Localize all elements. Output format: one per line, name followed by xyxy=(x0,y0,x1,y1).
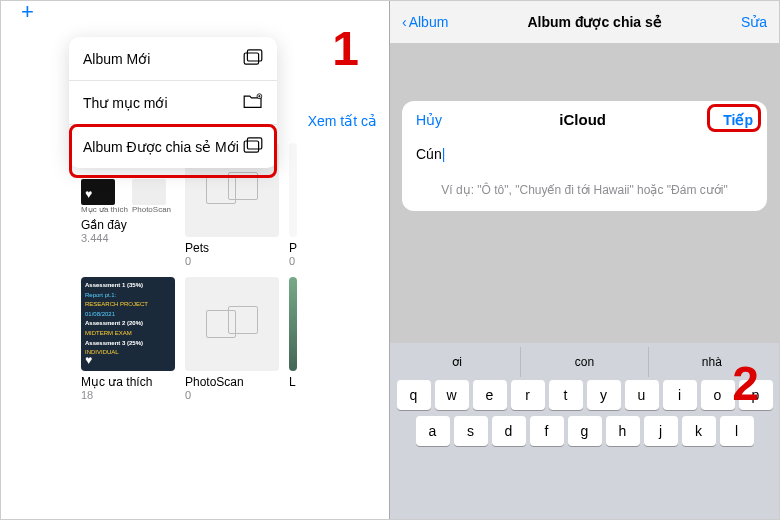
see-all-link[interactable]: Xem tất cả xyxy=(308,113,377,129)
album-grid: ♥ Mục ưa thích PhotoScan Gần đây 3.444 P… xyxy=(81,143,383,401)
album-title: Pets xyxy=(185,241,279,255)
key[interactable]: s xyxy=(454,416,488,446)
edit-button[interactable]: Sửa xyxy=(741,14,767,30)
key[interactable]: t xyxy=(549,380,583,410)
key[interactable]: a xyxy=(416,416,450,446)
menu-item-label: Thư mục mới xyxy=(83,95,243,111)
modal-title: iCloud xyxy=(559,111,606,128)
screenshot-panel-2: ‹ Album Album được chia sẻ Sửa Hủy iClou… xyxy=(390,1,779,519)
heart-icon: ♥ xyxy=(85,187,92,201)
step-marker-2: 2 xyxy=(732,356,759,411)
album-count: 3.444 xyxy=(81,232,175,244)
nav-bar: ‹ Album Album được chia sẻ Sửa xyxy=(390,1,779,43)
album-count: 0 xyxy=(289,255,297,267)
screenshot-panel-1: 1 + Album Mới Thư mục mới Album Được chi… xyxy=(1,1,390,519)
key[interactable]: k xyxy=(682,416,716,446)
folder-plus-icon xyxy=(243,93,263,112)
heart-icon: ♥ xyxy=(85,353,92,367)
album-title: PhotoScan xyxy=(185,375,279,389)
add-button[interactable]: + xyxy=(11,0,44,35)
step-marker-1: 1 xyxy=(332,21,359,76)
keyboard-row-2: a s d f g h j k l xyxy=(394,413,775,449)
menu-item-label: Album Mới xyxy=(83,51,243,67)
key[interactable]: y xyxy=(587,380,621,410)
key[interactable]: u xyxy=(625,380,659,410)
photo-thumbnail-text: Assessment 1 (35%) Report pt.1: RESEARCH… xyxy=(81,277,175,362)
suggestion-key[interactable]: con xyxy=(521,347,648,377)
key[interactable]: i xyxy=(663,380,697,410)
menu-item-new-album[interactable]: Album Mới xyxy=(69,37,277,81)
keyboard-row-1: q w e r t y u i o p xyxy=(394,377,775,413)
key[interactable]: e xyxy=(473,380,507,410)
album-item[interactable]: P 0 xyxy=(289,143,297,267)
svg-rect-0 xyxy=(244,53,258,64)
album-title: Mục ưa thích xyxy=(81,375,175,389)
cancel-button[interactable]: Hủy xyxy=(416,112,442,128)
key[interactable]: j xyxy=(644,416,678,446)
nav-title: Album được chia sẻ xyxy=(448,14,741,30)
album-count: 0 xyxy=(185,255,279,267)
menu-item-new-folder[interactable]: Thư mục mới xyxy=(69,81,277,125)
key[interactable]: g xyxy=(568,416,602,446)
album-item[interactable]: PhotoScan 0 xyxy=(185,277,279,401)
album-icon xyxy=(243,49,263,68)
back-button[interactable]: ‹ Album xyxy=(402,14,448,30)
suggestion-bar: ơi con nhà xyxy=(394,347,775,377)
key[interactable]: w xyxy=(435,380,469,410)
highlight-box-1 xyxy=(69,124,277,178)
album-count: 18 xyxy=(81,389,175,401)
key[interactable]: l xyxy=(720,416,754,446)
album-name-input[interactable]: Cún xyxy=(416,142,753,166)
highlight-box-2 xyxy=(707,104,761,132)
input-hint: Ví dụ: "Ô tô", "Chuyến đi tới Hawaii" ho… xyxy=(416,182,753,199)
album-item[interactable]: L xyxy=(289,277,297,401)
album-title: L xyxy=(289,375,297,389)
album-title: P xyxy=(289,241,297,255)
suggestion-key[interactable]: ơi xyxy=(394,347,521,377)
key[interactable]: d xyxy=(492,416,526,446)
key[interactable]: h xyxy=(606,416,640,446)
keyboard: ơi con nhà q w e r t y u i o p a s d f xyxy=(390,343,779,519)
album-title: Gần đây xyxy=(81,218,175,232)
key[interactable]: q xyxy=(397,380,431,410)
key[interactable]: f xyxy=(530,416,564,446)
top-toolbar: + xyxy=(1,1,389,23)
key[interactable]: o xyxy=(701,380,735,410)
key[interactable]: r xyxy=(511,380,545,410)
album-count: 0 xyxy=(185,389,279,401)
back-label: Album xyxy=(409,14,449,30)
svg-rect-1 xyxy=(247,50,261,61)
album-item[interactable]: Assessment 1 (35%) Report pt.1: RESEARCH… xyxy=(81,277,175,401)
chevron-left-icon: ‹ xyxy=(402,14,407,30)
